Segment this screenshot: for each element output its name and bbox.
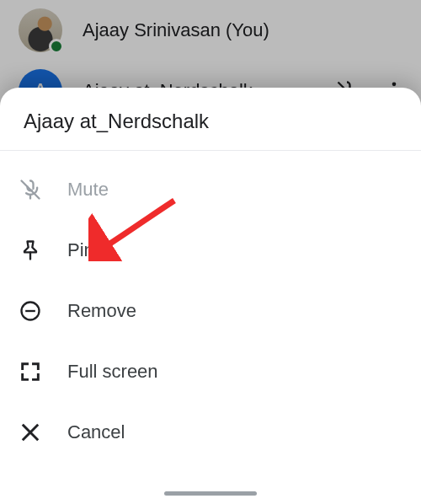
sheet-drag-handle[interactable] [164, 491, 257, 496]
menu-item-remove[interactable]: Remove [0, 281, 421, 341]
remove-icon [19, 299, 42, 323]
menu-item-mute: Mute [0, 159, 421, 220]
menu-item-fullscreen[interactable]: Full screen [0, 341, 421, 402]
menu-label: Remove [67, 300, 136, 322]
fullscreen-icon [19, 360, 42, 383]
menu-label: Mute [67, 179, 109, 201]
sheet-title: Ajaay at_Nerdschalk [0, 88, 421, 150]
menu-label: Full screen [67, 361, 158, 383]
menu-item-cancel[interactable]: Cancel [0, 402, 421, 463]
close-icon [19, 421, 42, 444]
participant-action-sheet: Ajaay at_Nerdschalk Mute Pin Remove [0, 88, 421, 504]
mic-off-icon [19, 178, 42, 201]
menu-label: Cancel [67, 421, 125, 443]
pin-icon [19, 239, 42, 262]
menu-item-pin[interactable]: Pin [0, 220, 421, 281]
menu-label: Pin [67, 239, 94, 261]
